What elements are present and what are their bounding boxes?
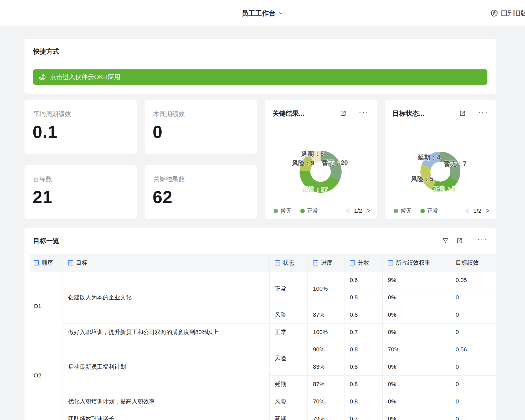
- table-cell: 启动最新员工福利计划: [63, 341, 270, 393]
- table-cell: 0%: [383, 306, 450, 324]
- column-collapse-icon[interactable]: [388, 260, 393, 265]
- chart-callout-delayed: 延期：4: [418, 153, 440, 162]
- column-header: 目标: [76, 259, 88, 266]
- more-options-icon[interactable]: ···: [359, 110, 369, 116]
- stat-card-current-cycle-performance: 本周期绩效 0: [145, 100, 257, 154]
- table-cell: 0%: [383, 376, 450, 393]
- table-cell: 0: [450, 376, 496, 393]
- column-header: 顺序: [42, 259, 53, 266]
- legend-item-clipped: [327, 209, 329, 213]
- pagination-next-icon[interactable]: >: [486, 207, 489, 215]
- legend-dot: [274, 209, 278, 213]
- table-cell: 0.7: [344, 324, 383, 341]
- back-to-old-version-button[interactable]: 回到旧版: [490, 0, 525, 26]
- table-cell: 100%: [308, 272, 344, 306]
- employee-workbench-page: { "topbar": { "title": "员工工作台", "back_la…: [0, 0, 525, 420]
- open-in-new-icon[interactable]: [456, 237, 463, 244]
- table-cell: 0: [450, 393, 496, 410]
- column-collapse-icon[interactable]: [275, 260, 280, 265]
- table-cell: 0.8: [344, 376, 383, 393]
- table-cell: O2: [30, 341, 63, 410]
- pagination-label: 1/2: [473, 207, 481, 214]
- filter-icon[interactable]: [442, 237, 449, 244]
- legend-dot: [394, 209, 398, 213]
- chart-callout-none: 暂无：20: [322, 158, 348, 167]
- chart-pagination: < 1/2 >: [465, 207, 489, 214]
- table-cell: 创建以人为本的企业文化: [63, 272, 270, 324]
- okr-app-button[interactable]: 点击进入伙伴云OKR应用: [33, 69, 487, 85]
- table-cell: 风险: [270, 393, 308, 410]
- table-cell: 0%: [383, 393, 450, 410]
- pagination-prev-icon[interactable]: <: [465, 207, 469, 215]
- column-collapse-icon[interactable]: [34, 260, 39, 265]
- table-cell: O1: [30, 272, 63, 341]
- open-in-new-icon[interactable]: [339, 110, 347, 117]
- open-in-new-icon[interactable]: [459, 110, 466, 117]
- table-cell: 0.05: [450, 272, 496, 289]
- chart-card-title: 关键结果...: [272, 109, 304, 118]
- table-cell: 优化入职培训计划，提高入职效率: [63, 393, 270, 410]
- table-cell: 0.56: [450, 341, 496, 358]
- table-cell: 0.8: [344, 393, 383, 410]
- column-collapse-icon[interactable]: [350, 260, 355, 265]
- more-options-icon[interactable]: ···: [478, 110, 488, 116]
- column-header: 进度: [321, 259, 332, 266]
- table-row: O2启动最新员工福利计划风险90%0.870%0.56: [30, 341, 496, 358]
- stat-value: 0.1: [33, 122, 58, 142]
- table-cell: 0.8: [344, 358, 383, 376]
- stat-label: 关键结果数: [153, 175, 185, 183]
- stat-label: 本周期绩效: [153, 110, 185, 118]
- table-cell: 0%: [383, 358, 450, 376]
- topbar: 员工工作台 回到旧版: [0, 0, 525, 26]
- table-cell: 9%: [383, 272, 450, 289]
- workspace-title-dropdown[interactable]: 员工工作台: [241, 0, 284, 26]
- key-result-status-chart-card: 关键结果... ··· 延期：6 暂无：20 风险：9 正常：27 暂无 正常: [265, 100, 377, 219]
- chart-callout-none: 暂无：7: [444, 160, 466, 168]
- chart-callout-normal: 正常：5: [433, 185, 455, 193]
- pagination-label: 1/2: [354, 207, 362, 214]
- legend-label: 正常: [427, 207, 438, 214]
- legend-item[interactable]: 暂无: [394, 207, 411, 214]
- column-collapse-icon[interactable]: [68, 260, 73, 265]
- legend-item[interactable]: 正常: [300, 207, 318, 214]
- table-row: 优化入职培训计划，提高入职效率风险70%0.80%0: [30, 393, 496, 410]
- chart-legend: 暂无 正常 < 1/2 >: [274, 207, 370, 215]
- table-cell: 团队绩效飞速增长: [63, 410, 270, 420]
- table-cell: 0.8: [344, 306, 383, 324]
- pagination-prev-icon[interactable]: <: [346, 207, 350, 215]
- stat-card-key-result-count: 关键结果数 62: [145, 165, 257, 219]
- table-cell: 延期: [270, 376, 308, 393]
- table-row: 做好入职培训，提升新员工和公司双向的满意度到80%以上正常100%0.70%0: [30, 324, 496, 341]
- chart-card-title: 目标状态...: [393, 109, 424, 118]
- okr-app-button-label: 点击进入伙伴云OKR应用: [50, 73, 120, 81]
- table-cell: 0.7: [344, 410, 383, 420]
- legend-label: 正常: [307, 207, 318, 214]
- table-cell: 0%: [383, 410, 450, 420]
- pagination-next-icon[interactable]: >: [366, 207, 370, 215]
- legend-dot: [420, 209, 425, 213]
- table-cell: 70%: [383, 341, 450, 358]
- stat-value: 21: [33, 187, 52, 207]
- page-title: 员工工作台: [241, 9, 276, 18]
- table-cell: 87%: [308, 376, 344, 393]
- more-options-icon[interactable]: ···: [477, 238, 487, 244]
- legend-item[interactable]: 正常: [420, 207, 438, 214]
- stat-value: 62: [153, 187, 172, 207]
- table-cell: 风险: [270, 306, 308, 324]
- objectives-table-wrap: 顺序 目标 状态 进度 分数 所占绩效权重 目标绩效 O1创建以人为本的企业文化…: [30, 254, 496, 420]
- objectives-overview-card: 目标一览 ··· 顺序 目标 状态 进度 分: [24, 228, 496, 420]
- column-header: 状态: [283, 259, 294, 266]
- table-cell: 79%: [308, 410, 344, 420]
- objectives-header: 目标一览 ···: [24, 228, 496, 254]
- column-header: 目标绩效: [456, 259, 479, 266]
- table-cell: 0.8: [344, 289, 383, 306]
- table-cell: 0: [450, 289, 496, 306]
- column-collapse-icon[interactable]: [313, 260, 318, 265]
- table-cell: 0.6: [344, 272, 383, 289]
- okr-target-icon: [38, 73, 46, 81]
- chart-body: 延期：6 暂无：20 风险：9 正常：27 暂无 正常 < 1/2 >: [265, 127, 377, 219]
- legend-item[interactable]: 暂无: [274, 207, 291, 214]
- table-cell: 0.8: [344, 341, 383, 358]
- chart-callout-risk: 风险：9: [292, 159, 314, 167]
- table-header-row: 顺序 目标 状态 进度 分数 所占绩效权重 目标绩效: [30, 254, 496, 272]
